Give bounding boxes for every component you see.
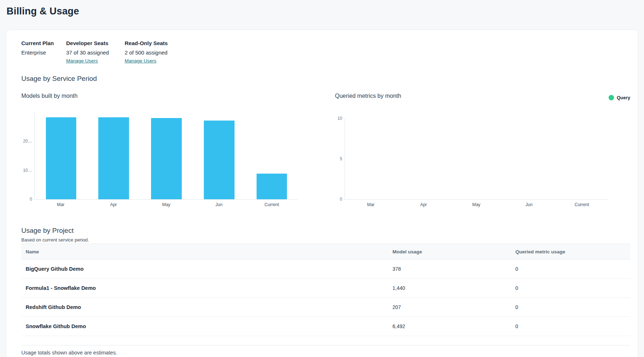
legend-item-query[interactable]: Query [609, 95, 630, 100]
table-footer-space [21, 336, 630, 345]
table-row: Formula1 - Snowflake Demo1,4400 [21, 279, 630, 298]
billing-usage-card: Current Plan Enterprise Developer Seats … [6, 30, 638, 357]
queried-metrics-chart-title: Queried metrics by month [335, 93, 630, 99]
x-axis-tick-label: Jun [193, 202, 245, 207]
table-row: BigQuery Github Demo3780 [21, 260, 630, 279]
x-axis-tick-label: Jun [503, 202, 555, 207]
readonly-seats-label: Read-Only Seats [125, 40, 168, 46]
bar [151, 118, 182, 199]
x-axis-tick-label: Current [555, 202, 608, 207]
bar-slot [503, 118, 555, 199]
bar-slot [398, 118, 450, 199]
table-row: Redshift Github Demo2070 [21, 298, 630, 317]
x-axis-tick-label: May [140, 202, 193, 207]
models-built-plot: 010…20… [34, 112, 298, 200]
model-usage-cell: 6,492 [388, 323, 511, 329]
manage-users-link-readonly[interactable]: Manage Users [125, 58, 156, 64]
y-axis-tick-label: 5 [340, 156, 342, 161]
x-axis-tick-label: Apr [397, 202, 450, 207]
queried-metric-usage-cell: 0 [511, 304, 630, 310]
manage-users-link-developer[interactable]: Manage Users [66, 58, 98, 64]
x-axis-tick-label: Mar [344, 202, 397, 207]
developer-seats-label: Developer Seats [66, 40, 125, 46]
usage-by-project-table-body: BigQuery Github Demo3780Formula1 - Snowf… [21, 260, 630, 336]
x-axis-tick-label: Mar [34, 202, 87, 207]
table-row: Snowflake Github Demo6,4920 [21, 317, 630, 336]
bar-slot [193, 112, 245, 199]
usage-by-service-period-heading: Usage by Service Period [21, 75, 630, 83]
bar [204, 121, 235, 200]
project-name-cell: Formula1 - Snowflake Demo [21, 285, 388, 291]
column-header-model-usage: Model usage [388, 249, 511, 254]
table-header-row: NameModel usageQueried metric usage [21, 244, 630, 260]
bar-slot [245, 112, 298, 199]
developer-seats-value: 37 of 30 assigned [66, 49, 125, 56]
bar-slot [450, 118, 503, 199]
legend-label: Query [617, 95, 630, 100]
charts-row: Models built by month 010…20… MarAprMayJ… [21, 93, 630, 207]
bar-slot [87, 112, 140, 199]
bar-slot [140, 112, 193, 199]
x-axis-tick-label: Current [245, 202, 298, 207]
models-built-chart-title: Models built by month [21, 93, 320, 99]
usage-by-project-section: Usage by Project Based on current servic… [21, 227, 630, 356]
queried-metric-usage-cell: 0 [511, 266, 630, 272]
model-usage-cell: 207 [388, 304, 511, 310]
queried-metric-usage-cell: 0 [511, 323, 630, 329]
queried-metrics-plot: 0510 [344, 118, 608, 200]
bar-series [345, 118, 608, 199]
bar [98, 117, 129, 199]
project-name-cell: Redshift Github Demo [21, 304, 388, 310]
queried-metric-usage-cell: 0 [511, 285, 630, 291]
y-axis-tick-label: 10 [338, 116, 342, 121]
page-header: Billing & Usage [0, 0, 644, 30]
models-built-xaxis-labels: MarAprMayJunCurrent [34, 202, 298, 207]
column-header-queried-metric-usage: Queried metric usage [511, 249, 630, 254]
model-usage-cell: 378 [388, 266, 511, 272]
y-axis-tick-label: 20… [23, 139, 32, 144]
current-plan-block: Current Plan Enterprise [21, 40, 66, 64]
developer-seats-block: Developer Seats 37 of 30 assigned Manage… [66, 40, 125, 64]
usage-by-project-heading: Usage by Project [21, 227, 630, 235]
readonly-seats-block: Read-Only Seats 2 of 500 assigned Manage… [125, 40, 168, 64]
queried-metrics-xaxis-labels: MarAprMayJunCurrent [344, 202, 608, 207]
readonly-seats-value: 2 of 500 assigned [125, 49, 168, 56]
project-name-cell: Snowflake Github Demo [21, 323, 388, 329]
queried-metrics-chart: Queried metrics by month 0510 MarAprMayJ… [320, 93, 630, 207]
current-plan-label: Current Plan [21, 40, 66, 46]
usage-by-project-table: NameModel usageQueried metric usage BigQ… [21, 244, 630, 345]
page-title: Billing & Usage [7, 6, 644, 17]
models-built-chart: Models built by month 010…20… MarAprMayJ… [21, 93, 320, 207]
x-axis-tick-label: May [450, 202, 503, 207]
model-usage-cell: 1,440 [388, 285, 511, 291]
chart-legend: Query [609, 95, 630, 102]
y-axis-tick-label: 10… [23, 168, 32, 173]
current-plan-value: Enterprise [21, 49, 66, 56]
usage-footnote: Usage totals shown above are estimates. [21, 350, 630, 356]
bar-slot [345, 118, 398, 199]
bar [257, 174, 287, 199]
legend-dot-icon [609, 95, 614, 100]
y-axis-tick-label: 0 [340, 197, 342, 202]
project-name-cell: BigQuery Github Demo [21, 266, 388, 272]
bar [46, 117, 77, 199]
column-header-name: Name [21, 249, 388, 254]
y-axis-tick-label: 0 [30, 197, 32, 202]
x-axis-tick-label: Apr [87, 202, 140, 207]
bar-slot [35, 112, 87, 199]
bar-slot [555, 118, 608, 199]
bar-series [35, 112, 298, 199]
plan-summary: Current Plan Enterprise Developer Seats … [21, 40, 630, 64]
usage-by-project-subheading: Based on current service period. [21, 237, 630, 243]
